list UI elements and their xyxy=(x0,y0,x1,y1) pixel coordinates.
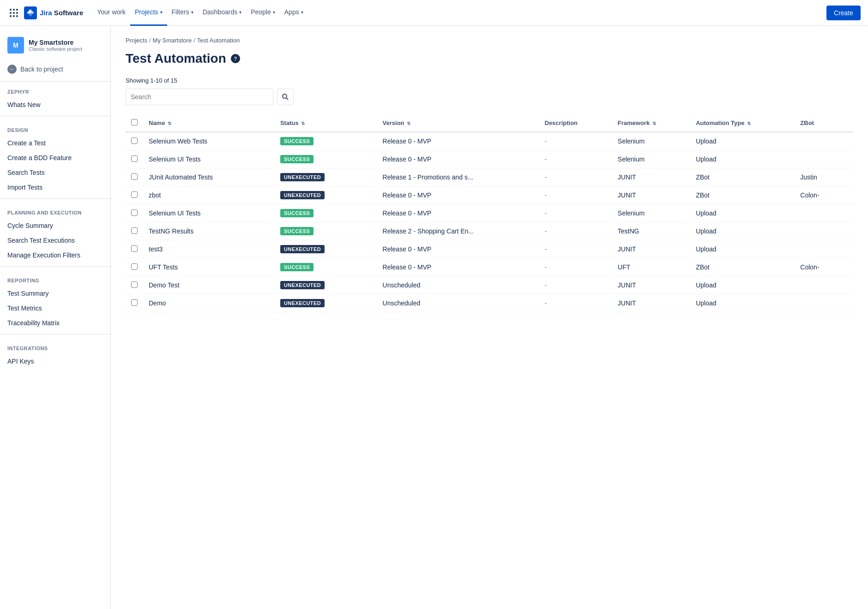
dashboards-chevron: ▾ xyxy=(239,10,241,15)
sidebar-item-whats-new[interactable]: Whats New xyxy=(0,97,110,112)
col-header-automation[interactable]: Automation Type ⇅ xyxy=(690,114,795,132)
back-label: Back to project xyxy=(20,66,63,73)
nav-projects[interactable]: Projects ▾ xyxy=(130,0,167,26)
row-automation-2: ZBot xyxy=(690,168,795,186)
main-content: Projects / My Smartstore / Test Automati… xyxy=(111,26,868,609)
row-checkbox-5[interactable] xyxy=(131,227,138,234)
nav-filters[interactable]: Filters ▾ xyxy=(167,0,198,26)
sidebar-item-import-tests[interactable]: Import Tests xyxy=(0,180,110,195)
row-checkbox-8[interactable] xyxy=(131,281,138,288)
breadcrumb-smartstore[interactable]: My Smartstore xyxy=(153,37,192,44)
row-checkbox-cell xyxy=(126,150,143,168)
col-header-version[interactable]: Version ⇅ xyxy=(377,114,539,132)
reporting-label: REPORTING xyxy=(0,270,110,286)
sidebar-project: M My Smartstore Classic software project xyxy=(0,33,110,61)
filters-chevron: ▾ xyxy=(191,10,193,15)
row-description-6: - xyxy=(539,240,612,258)
sidebar-item-manage-filters[interactable]: Manage Execution Filters xyxy=(0,248,110,263)
row-status-3: UNEXECUTED xyxy=(275,186,377,204)
nav-apps[interactable]: Apps ▾ xyxy=(280,0,308,26)
breadcrumb-sep-1: / xyxy=(149,37,151,44)
sidebar-item-traceability[interactable]: Traceability Matrix xyxy=(0,316,110,330)
row-name-6: test3 xyxy=(143,240,275,258)
row-description-3: - xyxy=(539,186,612,204)
sidebar: M My Smartstore Classic software project… xyxy=(0,26,111,609)
row-checkbox-6[interactable] xyxy=(131,245,138,252)
row-framework-4: Selenium xyxy=(612,204,690,222)
row-automation-7: ZBot xyxy=(690,258,795,276)
row-framework-5: TestNG xyxy=(612,222,690,240)
row-checkbox-7[interactable] xyxy=(131,263,138,270)
row-checkbox-3[interactable] xyxy=(131,191,138,198)
sidebar-item-test-metrics[interactable]: Test Metrics xyxy=(0,301,110,316)
row-name-5: TestNG Results xyxy=(143,222,275,240)
row-checkbox-2[interactable] xyxy=(131,173,138,180)
row-description-2: - xyxy=(539,168,612,186)
layout: M My Smartstore Classic software project… xyxy=(0,26,868,609)
row-automation-8: Upload xyxy=(690,276,795,294)
sidebar-item-search-executions[interactable]: Search Test Executions xyxy=(0,233,110,248)
table-wrapper: Name ⇅ Status ⇅ Version ⇅ Description xyxy=(126,114,853,312)
nav-your-work[interactable]: Your work xyxy=(92,0,130,26)
col-header-framework[interactable]: Framework ⇅ xyxy=(612,114,690,132)
sidebar-item-create-bdd[interactable]: Create a BDD Feature xyxy=(0,150,110,165)
nav-dashboards[interactable]: Dashboards ▾ xyxy=(198,0,247,26)
row-framework-7: UFT xyxy=(612,258,690,276)
row-framework-0: Selenium xyxy=(612,132,690,150)
col-header-name[interactable]: Name ⇅ xyxy=(143,114,275,132)
row-status-9: UNEXECUTED xyxy=(275,294,377,312)
row-checkbox-cell xyxy=(126,240,143,258)
status-badge-4: SUCCESS xyxy=(280,209,313,217)
status-badge-3: UNEXECUTED xyxy=(280,191,325,199)
row-description-9: - xyxy=(539,294,612,312)
row-zbot-7: Colon- xyxy=(795,258,853,276)
help-icon[interactable]: ? xyxy=(231,54,240,63)
row-checkbox-1[interactable] xyxy=(131,155,138,162)
row-name-2: JUnit Automated Tests xyxy=(143,168,275,186)
svg-line-11 xyxy=(287,98,289,100)
row-zbot-0 xyxy=(795,132,853,150)
grid-icon[interactable] xyxy=(7,6,20,19)
row-status-2: UNEXECUTED xyxy=(275,168,377,186)
row-framework-3: JUNIT xyxy=(612,186,690,204)
row-checkbox-4[interactable] xyxy=(131,209,138,216)
select-all-checkbox[interactable] xyxy=(131,119,138,125)
sidebar-item-test-summary[interactable]: Test Summary xyxy=(0,286,110,301)
table-row: test3 UNEXECUTED Release 0 - MVP - JUNIT… xyxy=(126,240,853,258)
status-badge-0: SUCCESS xyxy=(280,137,313,145)
row-status-5: SUCCESS xyxy=(275,222,377,240)
status-badge-8: UNEXECUTED xyxy=(280,281,325,289)
row-checkbox-9[interactable] xyxy=(131,299,138,306)
col-header-zbot: ZBot xyxy=(795,114,853,132)
row-automation-3: ZBot xyxy=(690,186,795,204)
divider-2 xyxy=(0,198,110,199)
apps-chevron: ▾ xyxy=(301,10,303,15)
row-version-3: Release 0 - MVP xyxy=(377,186,539,204)
row-description-0: - xyxy=(539,132,612,150)
row-automation-6: Upload xyxy=(690,240,795,258)
search-button[interactable] xyxy=(277,89,294,105)
sidebar-item-search-tests[interactable]: Search Tests xyxy=(0,165,110,180)
row-status-7: SUCCESS xyxy=(275,258,377,276)
row-zbot-3: Colon- xyxy=(795,186,853,204)
row-zbot-4 xyxy=(795,204,853,222)
row-name-9: Demo xyxy=(143,294,275,312)
create-button[interactable]: Create xyxy=(826,6,861,20)
status-badge-7: SUCCESS xyxy=(280,263,313,271)
svg-rect-3 xyxy=(10,12,12,14)
project-name: My Smartstore xyxy=(29,39,82,46)
sidebar-item-cycle-summary[interactable]: Cycle Summary xyxy=(0,218,110,233)
table-header: Name ⇅ Status ⇅ Version ⇅ Description xyxy=(126,114,853,132)
nav-people[interactable]: People ▾ xyxy=(246,0,280,26)
logo[interactable]: Jira Software xyxy=(24,6,83,19)
row-automation-9: Upload xyxy=(690,294,795,312)
sidebar-item-create-test[interactable]: Create a Test xyxy=(0,136,110,150)
back-to-project[interactable]: ← Back to project xyxy=(0,61,110,82)
col-header-status[interactable]: Status ⇅ xyxy=(275,114,377,132)
sort-icon-version: ⇅ xyxy=(407,121,410,126)
search-input[interactable] xyxy=(126,89,273,105)
people-chevron: ▾ xyxy=(273,10,275,15)
breadcrumb-projects[interactable]: Projects xyxy=(126,37,147,44)
row-checkbox-0[interactable] xyxy=(131,137,138,144)
sidebar-item-api-keys[interactable]: API Keys xyxy=(0,354,110,369)
